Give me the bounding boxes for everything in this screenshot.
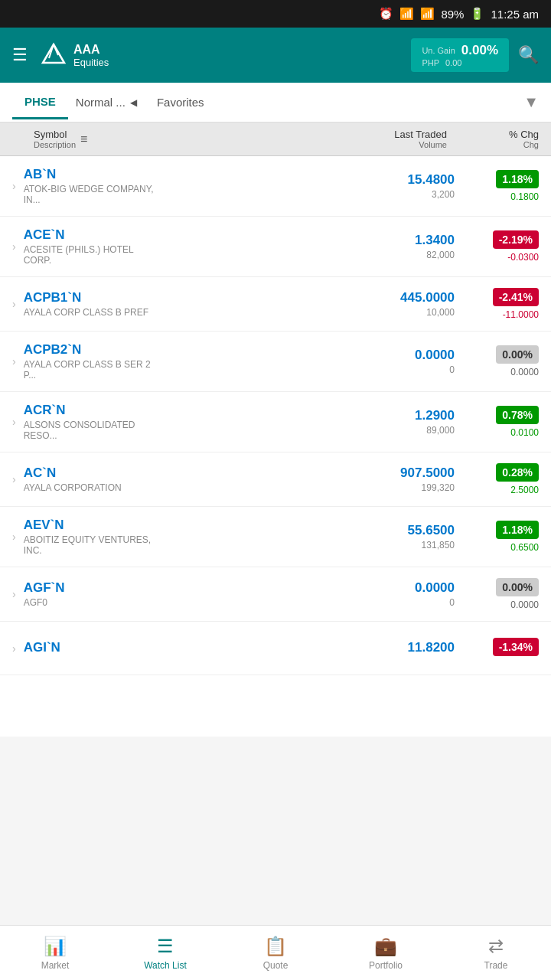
chevron-icon: › [12, 180, 16, 192]
table-row[interactable]: › AGF`N AGF0 0.0000 0 0.00% 0.0000 [0, 567, 551, 622]
gain-label: Un. Gain [422, 46, 455, 55]
unrealized-gain-box: Un. Gain 0.00% PHP 0.00 [411, 38, 509, 72]
stock-change-area: 0.28% 2.5000 [455, 463, 539, 495]
stock-info: ACPB2`N AYALA CORP CLASS B SER 2 P... [24, 342, 161, 381]
stock-info: AB`N ATOK-BIG WEDGE COMPANY, IN... [24, 167, 161, 205]
alarm-icon: ⏰ [379, 7, 393, 21]
pct-change-badge: 1.18% [496, 170, 539, 188]
status-bar: ⏰ 📶 📶 89% 🔋 11:25 am [0, 0, 551, 28]
table-row[interactable]: › AEV`N ABOITIZ EQUITY VENTURES, INC. 55… [0, 507, 551, 567]
stock-symbol: ACE`N [24, 227, 161, 243]
stock-info: ACPB1`N AYALA CORP CLASS B PREF [24, 290, 161, 318]
stock-last-traded: 1.3400 [161, 233, 455, 248]
stock-list: › AB`N ATOK-BIG WEDGE COMPANY, IN... 15.… [0, 156, 551, 737]
chg-value: -11.0000 [461, 309, 539, 320]
chevron-icon: › [12, 642, 16, 655]
stock-symbol: AGI`N [24, 640, 161, 655]
stock-description: ABOITIZ EQUITY VENTURES, INC. [24, 534, 161, 556]
pct-change-badge: -1.34% [493, 638, 539, 656]
table-row[interactable]: › AGI`N 11.8200 -1.34% [0, 622, 551, 675]
tab-normal[interactable]: Normal ... ◀ [68, 87, 145, 118]
table-row[interactable]: › ACPB1`N AYALA CORP CLASS B PREF 445.00… [0, 277, 551, 332]
col-symbol-header: Symbol Description ≡ [34, 129, 187, 149]
stock-volume: 199,320 [161, 482, 455, 493]
svg-marker-0 [43, 44, 64, 63]
chevron-icon: › [12, 240, 16, 253]
stock-volume: 0 [161, 597, 455, 608]
stock-price-area: 0.0000 0 [161, 580, 455, 608]
stock-info: AC`N AYALA CORPORATION [24, 466, 161, 493]
wifi-icon: 📶 [399, 7, 414, 21]
desc-label: Description [34, 140, 76, 149]
chevron-icon: › [12, 531, 16, 543]
chevron-icon: › [12, 298, 16, 310]
stock-symbol: AGF`N [24, 580, 161, 596]
stock-last-traded: 55.6500 [161, 523, 455, 538]
stock-symbol: AC`N [24, 466, 161, 481]
stock-change-area: 0.78% 0.0100 [455, 406, 539, 438]
stock-volume: 3,200 [161, 189, 455, 200]
tab-favorites[interactable]: Favorites [145, 87, 523, 118]
nav-market[interactable]: 📊 Market [0, 926, 110, 980]
chg-value: 0.1800 [461, 191, 539, 202]
stock-price-area: 55.6500 131,850 [161, 523, 455, 550]
search-button[interactable]: 🔍 [518, 45, 539, 65]
nav-trade[interactable]: ⇄ Trade [441, 926, 551, 980]
stock-description: ACESITE (PHILS.) HOTEL CORP. [24, 244, 161, 266]
bottom-nav: 📊 Market ☰ Watch List 📋 Quote 💼 Portfoli… [0, 925, 551, 980]
stock-description: AYALA CORP CLASS B PREF [24, 307, 161, 318]
trade-icon: ⇄ [488, 936, 504, 957]
signal-icon: 📶 [420, 7, 435, 21]
app-header: ☰ AAA Equities Un. Gain 0.00% PHP 0.00 [0, 28, 551, 83]
last-traded-label: Last Traded [187, 129, 447, 140]
portfolio-icon: 💼 [374, 936, 397, 957]
stock-description: AGF0 [24, 597, 161, 608]
nav-market-label: Market [41, 960, 70, 971]
nav-quote-label: Quote [263, 960, 289, 971]
nav-quote[interactable]: 📋 Quote [220, 926, 331, 980]
stock-volume: 131,850 [161, 540, 455, 550]
table-row[interactable]: › ACPB2`N AYALA CORP CLASS B SER 2 P... … [0, 332, 551, 392]
table-header: Symbol Description ≡ Last Traded Volume … [0, 122, 551, 156]
stock-info: ACE`N ACESITE (PHILS.) HOTEL CORP. [24, 227, 161, 266]
gain-value: 0.00 [445, 58, 461, 67]
stock-volume: 0 [161, 364, 455, 375]
chg-label: Chg [447, 140, 539, 149]
nav-trade-label: Trade [484, 960, 508, 971]
nav-portfolio[interactable]: 💼 Portfolio [331, 926, 441, 980]
stock-symbol: AEV`N [24, 518, 161, 533]
table-row[interactable]: › AB`N ATOK-BIG WEDGE COMPANY, IN... 15.… [0, 156, 551, 217]
filter-icon[interactable]: ▼ [523, 93, 539, 111]
stock-change-area: -2.19% -0.0300 [455, 230, 539, 263]
table-row[interactable]: › ACR`N ALSONS CONSOLIDATED RESO... 1.29… [0, 392, 551, 452]
chg-value: 0.0000 [461, 367, 539, 377]
nav-watchlist[interactable]: ☰ Watch List [110, 926, 220, 980]
stock-symbol: ACR`N [24, 403, 161, 418]
pct-change-badge: 0.00% [496, 578, 539, 596]
column-menu-icon[interactable]: ≡ [80, 132, 87, 146]
stock-description: AYALA CORP CLASS B SER 2 P... [24, 359, 161, 381]
chg-value: 0.0000 [461, 599, 539, 610]
quote-icon: 📋 [264, 936, 287, 957]
stock-change-area: -2.41% -11.0000 [455, 288, 539, 320]
stock-last-traded: 15.4800 [161, 172, 455, 188]
stock-symbol: AB`N [24, 167, 161, 182]
hamburger-menu[interactable]: ☰ [12, 45, 28, 65]
logo-area: AAA Equities [40, 41, 109, 69]
battery-level: 89% [441, 8, 464, 21]
tab-arrow-icon: ◀ [130, 97, 137, 108]
stock-price-area: 15.4800 3,200 [161, 172, 455, 200]
chg-value: -0.0300 [461, 252, 539, 263]
stock-price-area: 1.2900 89,000 [161, 408, 455, 436]
chg-value: 2.5000 [461, 485, 539, 495]
stock-volume: 89,000 [161, 425, 455, 436]
tab-phse[interactable]: PHSE [12, 86, 68, 119]
table-row[interactable]: › AC`N AYALA CORPORATION 907.5000 199,32… [0, 452, 551, 507]
stock-price-area: 907.5000 199,320 [161, 466, 455, 493]
symbol-label: Symbol [34, 129, 76, 140]
battery-icon: 🔋 [470, 7, 484, 21]
stock-info: ACR`N ALSONS CONSOLIDATED RESO... [24, 403, 161, 441]
table-row[interactable]: › ACE`N ACESITE (PHILS.) HOTEL CORP. 1.3… [0, 217, 551, 277]
stock-change-area: 1.18% 0.6500 [455, 521, 539, 553]
pct-change-badge: 0.28% [496, 463, 539, 482]
